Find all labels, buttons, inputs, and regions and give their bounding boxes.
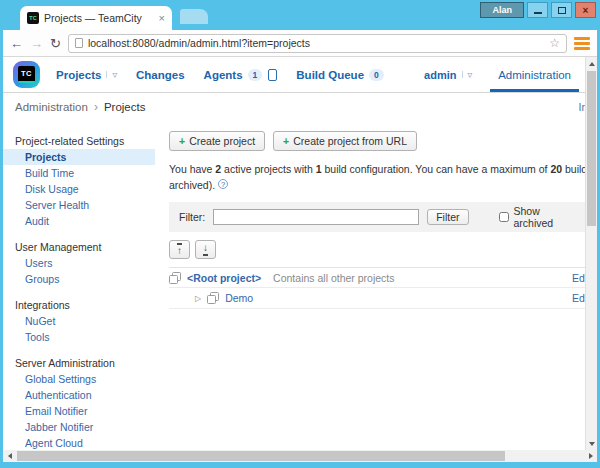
project-description: Contains all other projects [273, 272, 394, 284]
create-project-button[interactable]: + Create project [169, 131, 265, 151]
chevron-down-icon[interactable]: ▽ [462, 71, 473, 78]
sidebar-item-nuget[interactable]: NuGet [3, 313, 155, 329]
expander-icon[interactable]: ▷ [195, 294, 201, 303]
nav-build-queue-label: Build Queue [296, 69, 364, 81]
sidebar-item-audit[interactable]: Audit [3, 213, 155, 229]
sidebar-item-disk-usage[interactable]: Disk Usage [3, 181, 155, 197]
help-icon[interactable]: ? [218, 179, 228, 189]
summary-line-2: archived).? [169, 177, 585, 193]
page-content: TC Projects ▽ Changes Agents 1 Build Que… [3, 57, 585, 450]
nav-item-projects[interactable]: Projects ▽ [56, 69, 117, 81]
sidebar-item-global-settings[interactable]: Global Settings [3, 371, 155, 387]
sidebar-item-agent-cloud[interactable]: Agent Cloud [3, 435, 155, 450]
tree-toolbar: ↑ ↓ [169, 240, 585, 259]
url-input[interactable] [88, 37, 544, 49]
sidebar-item-server-health[interactable]: Server Health [3, 197, 155, 213]
scroll-left-icon[interactable] [3, 450, 16, 462]
projects-admin-main: + Create project + Create project from U… [155, 123, 585, 450]
sidebar-section-title: Project-related Settings [3, 133, 155, 149]
table-row-root-project: <Root project> Contains all other projec… [169, 267, 585, 288]
main-nav: Projects ▽ Changes Agents 1 Build Queue … [56, 69, 384, 81]
sidebar-item-groups[interactable]: Groups [3, 271, 155, 287]
new-tab-button[interactable] [180, 9, 208, 24]
sidebar-item-users[interactable]: Users [3, 255, 155, 271]
maximize-button[interactable] [551, 2, 572, 18]
user-session-badge: Alan [480, 2, 524, 18]
sidebar-section-title: Server Administration [3, 355, 155, 371]
teamcity-logo-icon[interactable]: TC [13, 61, 40, 88]
bookmark-star-icon[interactable]: ☆ [549, 37, 560, 49]
horizontal-scrollbar[interactable] [3, 450, 597, 462]
create-buttons-row: + Create project + Create project from U… [169, 131, 585, 151]
breadcrumb-section[interactable]: Administration [15, 101, 88, 113]
vertical-scrollbar[interactable] [585, 57, 597, 450]
projects-tree: <Root project> Contains all other projec… [169, 267, 585, 309]
table-row-demo-project: ▷ Demo Edit [169, 288, 585, 309]
scroll-up-icon[interactable] [586, 57, 597, 70]
sidebar-item-authentication[interactable]: Authentication [3, 387, 155, 403]
root-project-link[interactable]: <Root project> [187, 272, 261, 284]
create-project-label: Create project [189, 135, 255, 147]
reload-icon[interactable]: ↻ [50, 37, 61, 50]
maximize-icon [558, 7, 566, 14]
project-icon [169, 272, 181, 284]
page-icon [75, 38, 83, 48]
edit-link[interactable]: Edit [572, 292, 585, 304]
browser-menu-icon[interactable] [574, 37, 590, 50]
sidebar-section-title: Integrations [3, 297, 155, 313]
chevron-down-icon[interactable]: ▽ [106, 71, 117, 78]
show-archived-checkbox[interactable] [499, 212, 509, 222]
create-project-from-url-button[interactable]: + Create project from URL [273, 131, 417, 151]
back-icon[interactable]: ← [10, 37, 23, 50]
sidebar-item-jabber-notifier[interactable]: Jabber Notifier [3, 419, 155, 435]
plus-icon: + [283, 135, 289, 147]
browser-toolbar: ← → ↻ ☆ [3, 30, 597, 57]
tab-close-icon[interactable]: × [159, 13, 165, 24]
horizontal-scrollbar-thumb[interactable] [17, 451, 505, 461]
address-bar[interactable]: ☆ [68, 34, 567, 53]
sidebar-item-projects[interactable]: Projects [3, 149, 155, 165]
summary-line-1: You have 2 active projects with 1 build … [169, 161, 585, 177]
sidebar-item-email-notifier[interactable]: Email Notifier [3, 403, 155, 419]
logo-text: TC [18, 66, 35, 83]
build-queue-count-badge: 0 [369, 69, 384, 81]
show-archived-label: Show archived [514, 205, 576, 229]
scroll-right-icon[interactable] [584, 450, 597, 462]
vertical-scrollbar-thumb[interactable] [587, 71, 596, 226]
scroll-down-icon[interactable] [586, 437, 597, 450]
demo-project-link[interactable]: Demo [225, 292, 253, 304]
browser-tab[interactable]: TC Projects — TeamCity × [20, 6, 172, 30]
tab-title: Projects — TeamCity [44, 12, 154, 24]
edit-link[interactable]: Edit [572, 272, 585, 284]
nav-item-changes[interactable]: Changes [136, 69, 185, 81]
sidebar-item-build-time[interactable]: Build Time [3, 165, 155, 181]
tab-administration[interactable]: Administration [490, 57, 579, 92]
nav-changes-label: Changes [136, 69, 185, 81]
titlebar: TC Projects — TeamCity × Alan × [0, 0, 600, 30]
plus-icon: + [179, 135, 185, 147]
filter-label: Filter: [179, 211, 205, 223]
nav-item-build-queue[interactable]: Build Queue 0 [296, 69, 383, 81]
collapse-all-button[interactable]: ↑ [169, 240, 190, 259]
sidebar-item-tools[interactable]: Tools [3, 329, 155, 345]
create-project-from-url-label: Create project from URL [293, 135, 407, 147]
filter-button[interactable]: Filter [427, 209, 468, 225]
expand-all-button[interactable]: ↓ [195, 240, 216, 259]
username-label: admin [424, 69, 456, 81]
agent-status-icon [268, 69, 277, 81]
close-button[interactable]: × [575, 2, 596, 18]
user-menu[interactable]: admin ▽ [424, 69, 472, 81]
sidebar-section-title: User Management [3, 239, 155, 255]
admin-sidebar: Project-related Settings Projects Build … [3, 123, 155, 450]
filter-input[interactable] [213, 209, 419, 225]
breadcrumb-page: Projects [104, 101, 146, 113]
close-icon: × [583, 5, 589, 16]
project-icon [207, 292, 219, 304]
projects-summary: You have 2 active projects with 1 build … [169, 161, 585, 193]
window-controls: Alan × [480, 2, 596, 18]
nav-item-agents[interactable]: Agents 1 [204, 69, 278, 81]
arrow-to-bottom-icon: ↓ [203, 243, 208, 256]
header-right: admin ▽ Administration [424, 57, 585, 92]
minimize-button[interactable] [527, 2, 548, 18]
nav-agents-label: Agents [204, 69, 243, 81]
